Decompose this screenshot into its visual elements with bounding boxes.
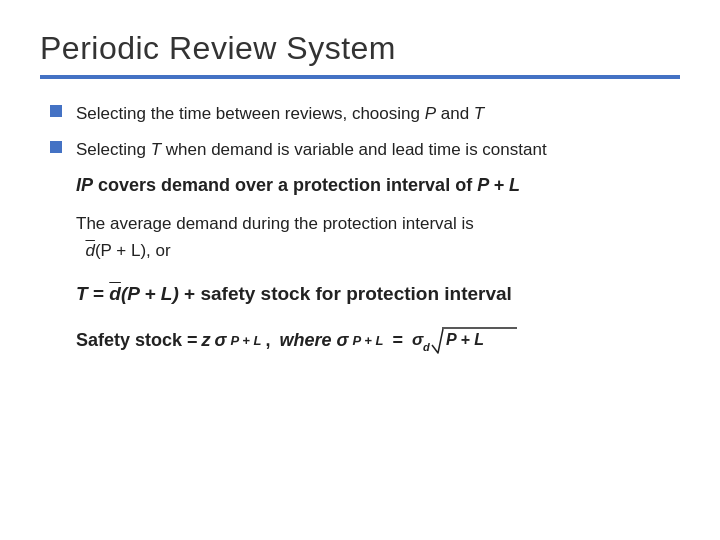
ss-z: z [202, 330, 211, 351]
bullet-item-1: Selecting the time between reviews, choo… [50, 101, 680, 127]
bullet-2-var1: T [151, 140, 161, 159]
slide: Periodic Review System Selecting the tim… [0, 0, 720, 540]
ss-equals: = [387, 330, 408, 351]
ss-comma: , [265, 330, 275, 351]
ss-formula: σ d P + L [412, 323, 522, 359]
bullet-2-rest: when demand is variable and lead time is… [161, 140, 547, 159]
bullet-square-1 [50, 105, 62, 117]
avg-demand-line1: The average demand during the protection… [76, 210, 680, 237]
ip-line: IP covers demand over a protection inter… [76, 172, 680, 200]
t-var: T [76, 283, 88, 304]
ss-subscript: P + L [231, 333, 262, 348]
safety-stock-block: Safety stock = z σ P + L , where σ P + L… [76, 323, 680, 359]
ss-formula-svg: σ d P + L [412, 323, 522, 359]
ip-text: covers demand over a protection interval… [93, 175, 477, 195]
avg-demand-line2: d(P + L), or [76, 237, 680, 264]
d-bar-avg: d [85, 241, 94, 260]
bullet-1-var1: P [425, 104, 436, 123]
svg-text:d: d [423, 341, 430, 353]
ip-var: IP [76, 175, 93, 195]
avg-demand-block: The average demand during the protection… [76, 210, 680, 264]
avg-paren: (P + L), or [95, 241, 171, 260]
slide-title: Periodic Review System [40, 30, 680, 67]
bullet-1-var2: T [474, 104, 484, 123]
svg-text:P + L: P + L [446, 331, 484, 348]
content-area: Selecting the time between reviews, choo… [40, 101, 680, 359]
ss-prefix: Safety stock = [76, 330, 198, 351]
bullet-2-selecting: Selecting [76, 140, 151, 159]
ip-formula: P + L [477, 175, 520, 195]
t-paren: (P + L) [121, 283, 179, 304]
bullet-2-text: Selecting T when demand is variable and … [76, 137, 547, 163]
title-underline [40, 75, 680, 79]
ss-where-subscript: P + L [352, 333, 383, 348]
bullet-item-2: Selecting T when demand is variable and … [50, 137, 680, 163]
bullet-1-text: Selecting the time between reviews, choo… [76, 101, 484, 127]
d-bar-t: d [109, 283, 121, 304]
t-safety: + safety stock for protection interval [179, 283, 512, 304]
ss-where: where σ [279, 330, 348, 351]
ip-block: IP covers demand over a protection inter… [76, 172, 680, 200]
t-formula-block: T = d(P + L) + safety stock for protecti… [76, 280, 680, 309]
ss-sigma: σ [215, 330, 227, 351]
t-equals: = [88, 283, 110, 304]
bullet-1-and: and [436, 104, 474, 123]
bullet-1-prefix: Selecting the time between reviews, choo… [76, 104, 425, 123]
bullet-square-2 [50, 141, 62, 153]
